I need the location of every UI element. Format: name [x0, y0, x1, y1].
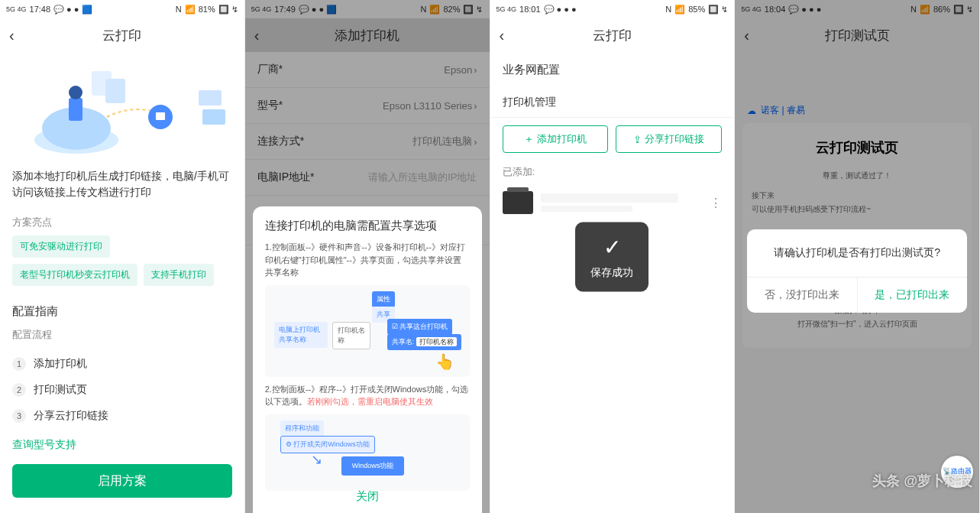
page-title: 云打印: [102, 27, 141, 44]
screen-test-page: 5G 4G18:04💬 ● ● ● N📶86%🔲 ↯ ‹ 打印测试页 ☁ 诺客 …: [735, 0, 980, 513]
watermark: 头条 @萝卜科技: [872, 472, 972, 490]
status-bar: 5G 4G17:48💬 ● ● 🟦 N📶81%🔲 ↯: [0, 0, 244, 18]
modal-step1: 1.控制面板--》硬件和声音--》设备和打印机--》对应打印机右键"打印机属性"…: [265, 241, 470, 279]
section-network[interactable]: 业务网配置: [490, 52, 735, 88]
printer-item[interactable]: ⋮: [490, 183, 735, 222]
description: 添加本地打印机后生成打印链接，电脑/手机可访问该链接上传文档进行打印: [0, 159, 244, 209]
confirm-yes-button[interactable]: 是，已打印出来: [858, 278, 967, 313]
modal-title: 连接打印机的电脑需配置共享选项: [265, 219, 470, 233]
flow-label: 配置流程: [0, 322, 244, 348]
screen-add-printer: 5G 4G17:49💬 ● ● 🟦 N📶82%🔲 ↯ ‹ 添加打印机 厂商* E…: [245, 0, 490, 513]
modal-step2: 2.控制面板--》程序--》打开或关闭Windows功能，勾选以下选项。若刚刚勾…: [265, 383, 470, 408]
nav-bar: ‹ 云打印: [0, 18, 244, 52]
screen-cloud-print-intro: 5G 4G17:48💬 ● ● 🟦 N📶81%🔲 ↯ ‹ 云打印 添加本地打印机…: [0, 0, 245, 513]
check-icon: ✓: [603, 234, 621, 259]
diagram-1: 属性 共享 电脑上打印机共享名称 打印机名称 ☑ 共享这台打印机 共享名: 打印…: [265, 285, 470, 377]
step-row: 3分享云打印链接: [12, 403, 232, 429]
step-row: 2打印测试页: [12, 377, 232, 403]
page-title: 云打印: [593, 27, 632, 44]
printer-icon: [503, 191, 533, 214]
tag: 老型号打印机秒变云打印机: [12, 264, 137, 286]
hero-illustration: [0, 52, 244, 159]
status-bar: 5G 4G18:01💬 ● ● ● N📶85%🔲 ↯: [490, 0, 735, 18]
share-link-button[interactable]: ⇪分享打印链接: [616, 125, 722, 153]
more-icon[interactable]: ⋮: [710, 196, 722, 210]
printer-name: [541, 193, 678, 203]
share-config-modal: 连接打印机的电脑需配置共享选项 1.控制面板--》硬件和声音--》设备和打印机-…: [253, 206, 482, 513]
plus-icon: ＋: [524, 132, 534, 146]
tag: 支持手机打印: [144, 264, 214, 286]
guide-title: 配置指南: [0, 295, 244, 322]
svg-rect-7: [202, 109, 225, 125]
confirm-text: 请确认打印机是否有打印出测试页?: [747, 229, 967, 277]
back-icon[interactable]: ‹: [500, 27, 505, 44]
added-label: 已添加:: [490, 161, 735, 183]
highlights-label: 方案亮点: [0, 209, 244, 235]
svg-rect-5: [156, 112, 165, 120]
model-support-link[interactable]: 查询型号支持: [0, 432, 244, 458]
svg-rect-2: [69, 98, 82, 121]
svg-point-3: [69, 86, 82, 99]
diagram-2: 程序和功能 ⚙ 打开或关闭Windows功能 Windows功能 ↘: [265, 414, 470, 491]
printer-sub: [541, 206, 632, 212]
close-button[interactable]: 关闭: [253, 489, 482, 504]
svg-rect-9: [105, 79, 125, 103]
confirm-dialog: 请确认打印机是否有打印出测试页? 否，没打印出来 是，已打印出来: [747, 229, 967, 313]
add-printer-button[interactable]: ＋添加打印机: [503, 125, 609, 153]
share-icon: ⇪: [633, 134, 642, 145]
success-toast: ✓ 保存成功: [575, 222, 648, 291]
back-icon[interactable]: ‹: [9, 27, 15, 44]
enable-button[interactable]: 启用方案: [12, 464, 232, 498]
section-printer-manage: 打印机管理: [490, 88, 735, 118]
svg-rect-6: [199, 90, 222, 106]
tag: 可免安驱动进行打印: [12, 235, 110, 258]
confirm-no-button[interactable]: 否，没打印出来: [747, 278, 857, 313]
step-row: 1添加打印机: [12, 351, 232, 377]
screen-printer-manage: 5G 4G18:01💬 ● ● ● N📶85%🔲 ↯ ‹ 云打印 业务网配置 打…: [490, 0, 736, 513]
nav-bar: ‹ 云打印: [490, 18, 735, 52]
